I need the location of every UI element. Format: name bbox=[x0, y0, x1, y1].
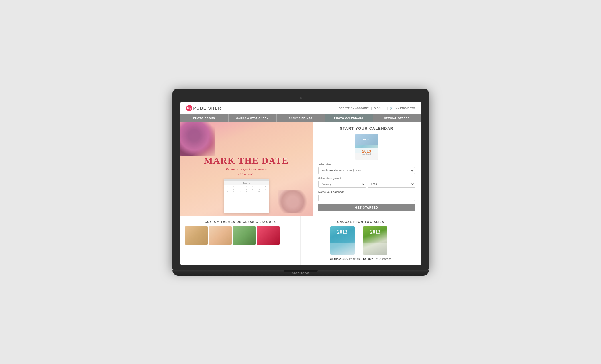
sign-in-link[interactable]: SIGN-IN bbox=[374, 107, 385, 110]
laptop-frame: My PUBLISHER CREATE AN ACCOUNT | SIGN-IN… bbox=[172, 89, 429, 276]
calendar-visual: January S M T W T F S 1 2 3 bbox=[224, 179, 269, 213]
size-select[interactable]: Wall Calendar 10" x 13" — $29.99 Classic… bbox=[318, 167, 415, 174]
hero-title: MARK THE DATE bbox=[204, 155, 289, 166]
select-size-label: Select size: bbox=[318, 163, 415, 166]
classic-size: 8.5" x 11" $21.99 bbox=[343, 258, 360, 260]
logo-my-badge: My bbox=[186, 105, 192, 111]
year-select[interactable]: 2013 2014 bbox=[368, 181, 415, 188]
starting-month-label: Select starting month: bbox=[318, 177, 415, 180]
deluxe-year: 2013 bbox=[363, 229, 387, 235]
nav-special-offers[interactable]: SPECIAL OFFERS bbox=[373, 114, 421, 122]
month-year-row: January February March April May June Ju… bbox=[318, 181, 415, 188]
calendar-preview-image: PHOTO 2013 calendar grid bbox=[355, 134, 378, 160]
size-options: 2013 CLASSIC 8.5" x 11" $21.99 bbox=[305, 226, 416, 261]
calendar-month-header: January bbox=[224, 181, 269, 185]
laptop-base: MacBook bbox=[172, 270, 429, 276]
sizes-title: CHOOSE FROM TWO SIZES bbox=[305, 220, 416, 223]
cal-day-header: M bbox=[231, 186, 237, 188]
create-account-link[interactable]: CREATE AN ACCOUNT bbox=[339, 107, 369, 110]
content-area: MARK THE DATE Personalize special occasi… bbox=[180, 122, 421, 216]
classic-label: CLASSIC 8.5" x 11" $21.99 bbox=[330, 256, 360, 261]
theme-thumb-3 bbox=[233, 226, 256, 245]
screen-bezel: My PUBLISHER CREATE AN ACCOUNT | SIGN-IN… bbox=[172, 89, 429, 270]
flowers-decoration bbox=[180, 122, 215, 156]
size-option-classic: 2013 CLASSIC 8.5" x 11" $21.99 bbox=[330, 226, 360, 261]
nav-canvas-prints[interactable]: CANVAS PRINTS bbox=[277, 114, 325, 122]
roses-decoration bbox=[278, 190, 307, 213]
cal-day-header: F bbox=[256, 186, 262, 188]
nav-separator-1: | bbox=[371, 107, 372, 110]
laptop-notch bbox=[284, 270, 318, 272]
classic-year: 2013 bbox=[330, 229, 355, 235]
cal-day-header: T bbox=[237, 186, 243, 188]
sizes-section: CHOOSE FROM TWO SIZES 2013 CLASSIC bbox=[301, 216, 421, 265]
size-thumb-classic: 2013 bbox=[330, 226, 355, 255]
sidebar: START YOUR CALENDAR PHOTO 2013 calendar … bbox=[313, 122, 421, 216]
month-select[interactable]: January February March April May June Ju… bbox=[318, 181, 366, 188]
size-thumb-deluxe: 2013 bbox=[363, 226, 387, 255]
calendar-name-input[interactable] bbox=[318, 195, 415, 201]
cart-icon: 🛒 bbox=[390, 107, 393, 110]
get-started-button[interactable]: GET STARTED bbox=[318, 204, 415, 211]
nav-separator-2: | bbox=[387, 107, 388, 110]
hero-section: MARK THE DATE Personalize special occasi… bbox=[180, 122, 313, 216]
themes-title: CUSTOM THEMES OR CLASSIC LAYOUTS bbox=[185, 220, 296, 223]
logo: My PUBLISHER bbox=[186, 105, 222, 111]
themes-section: CUSTOM THEMES OR CLASSIC LAYOUTS bbox=[180, 216, 301, 265]
theme-thumb-4 bbox=[257, 226, 280, 245]
theme-gallery bbox=[185, 226, 296, 245]
cal-day-header: T bbox=[250, 186, 256, 188]
nav-photo-books[interactable]: PHOTO BOOKS bbox=[180, 114, 229, 122]
logo-publisher-text: PUBLISHER bbox=[193, 106, 222, 110]
header-nav: CREATE AN ACCOUNT | SIGN-IN | 🛒 MY PROJE… bbox=[339, 107, 415, 110]
calendar-grid: S M T W T F S 1 2 3 4 5 bbox=[224, 185, 269, 194]
theme-thumb-1 bbox=[185, 226, 208, 245]
hero-subtitle: Personalize special occasions with a pho… bbox=[204, 167, 289, 177]
camera bbox=[300, 97, 302, 99]
laptop-screen: My PUBLISHER CREATE AN ACCOUNT | SIGN-IN… bbox=[180, 102, 421, 265]
main-nav: PHOTO BOOKS CARDS & STATIONERY CANVAS PR… bbox=[180, 114, 421, 122]
site-header: My PUBLISHER CREATE AN ACCOUNT | SIGN-IN… bbox=[180, 102, 421, 114]
deluxe-size: 10" x 13" $29.99 bbox=[374, 258, 391, 260]
sidebar-title: START YOUR CALENDAR bbox=[318, 126, 415, 131]
cal-day-header: S bbox=[262, 186, 268, 188]
theme-thumb-2 bbox=[209, 226, 232, 245]
deluxe-label: DELUXE 10" x 13" $29.99 bbox=[363, 256, 391, 261]
cal-day-header: W bbox=[243, 186, 249, 188]
nav-photo-calendars[interactable]: PHOTO CALENDARS bbox=[325, 114, 373, 122]
hero-text: MARK THE DATE Personalize special occasi… bbox=[204, 155, 289, 177]
name-calendar-label: Name your calendar bbox=[318, 190, 415, 194]
my-projects-link[interactable]: MY PROJECTS bbox=[395, 107, 415, 110]
bottom-section: CUSTOM THEMES OR CLASSIC LAYOUTS CHOOSE … bbox=[180, 216, 421, 265]
nav-cards-stationery[interactable]: CARDS & STATIONERY bbox=[229, 114, 277, 122]
size-option-deluxe: 2013 DELUXE 10" x 13" $29.99 bbox=[363, 226, 391, 261]
cal-day-header: S bbox=[224, 186, 230, 188]
